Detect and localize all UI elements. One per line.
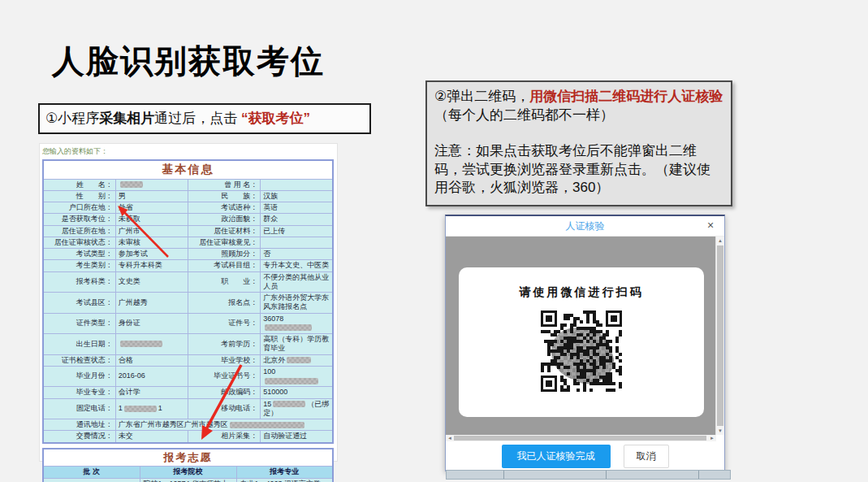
form-row: 固定电话：11移动电话：15（已绑定） xyxy=(43,398,333,419)
field-label: 照顾加分： xyxy=(188,249,261,260)
field-value: 510000 xyxy=(261,387,333,398)
scroll-down-icon[interactable]: ▼ xyxy=(716,427,724,435)
preferences-data-row: 专科升本科 院校1：10574 华南师范大学 专业1：4063 汉语言文学[函授… xyxy=(43,479,333,482)
censored-value xyxy=(230,422,304,428)
vertical-scroll-thumb[interactable] xyxy=(717,245,723,426)
censored-value xyxy=(265,324,312,331)
field-value: 参加考试 xyxy=(115,249,188,260)
scan-prompt: 请使用微信进行扫码 xyxy=(459,285,704,300)
step2-prefix: ②弹出二维码， xyxy=(434,89,529,104)
field-label: 考试语种： xyxy=(188,202,261,214)
field-label: 曾 用 名： xyxy=(188,179,261,190)
scroll-left-icon[interactable]: ◄ xyxy=(446,435,454,441)
form-row: 毕业月份：2016-06毕业证书号：100 xyxy=(43,366,333,387)
field-label: 居住证材料： xyxy=(188,225,261,237)
field-label: 毕业月份： xyxy=(43,366,115,387)
field-value: 11 xyxy=(115,398,188,419)
field-value: 身份证 xyxy=(115,313,188,334)
form-row: 是否获取考位：未获取政治面貌：群众 xyxy=(43,214,333,225)
background-table-strip xyxy=(446,470,731,480)
field-value: 外省 xyxy=(115,202,188,214)
form-row: 证件类型：身份证证件号：36078 xyxy=(43,313,333,334)
field-value: 男 xyxy=(115,190,188,202)
step1-bold: 采集相片 xyxy=(99,111,154,126)
form-row: 证书检查状态：合格毕业学校：北京外 xyxy=(43,354,333,366)
vertical-scrollbar[interactable]: ▲ ▼ xyxy=(715,237,724,435)
field-value: 专科升本科类 xyxy=(115,260,188,271)
field-label: 居住证审核意见： xyxy=(188,237,261,248)
field-label: 考试科目组： xyxy=(188,260,261,271)
field-label: 证书检查状态： xyxy=(43,354,115,366)
field-value xyxy=(261,179,333,190)
field-label: 性 别： xyxy=(43,190,115,202)
censored-value xyxy=(265,378,318,384)
field-label: 考试类型： xyxy=(43,249,115,260)
field-value: 高职（专科）学历教育毕业 xyxy=(261,334,333,355)
field-value xyxy=(115,179,188,190)
step1-prefix: ①小程序 xyxy=(45,111,99,126)
field-value: 未获取 xyxy=(115,214,188,225)
form-row: 性 别：男民 族：汉族 xyxy=(43,190,333,202)
verification-done-button[interactable]: 我已人证核验完成 xyxy=(502,445,611,468)
field-label: 居住证所在地： xyxy=(43,225,115,237)
preferences-title: 报考志愿 xyxy=(43,449,333,467)
basic-info-table: 基本信息 姓 名：曾 用 名：性 别：男民 族：汉族户口所在地：外省考试语种：英… xyxy=(42,159,334,444)
dialog-body: 请使用微信进行扫码 xyxy=(446,237,716,435)
censored-value xyxy=(120,181,143,188)
step2-suffix: （每个人的二维码都不一样） xyxy=(434,107,614,123)
registration-form-screenshot: 您输入的资料如下： 基本信息 姓 名：曾 用 名：性 别：男民 族：汉族户口所在… xyxy=(39,143,338,462)
step2-note: 注意：如果点击获取考位后不能弹窗出二维码，尝试更换浏览器登录重新点击。（建议使用… xyxy=(434,142,723,198)
page-title: 人脸识别获取考位 xyxy=(52,39,325,84)
field-label: 相片采集： xyxy=(188,431,261,443)
col-batch: 批 次 xyxy=(43,467,140,479)
field-value: 广州越秀 xyxy=(115,293,188,314)
step1-instruction-box: ①小程序采集相片通过后，点击 “获取考位” xyxy=(38,103,371,134)
field-label: 考前学历： xyxy=(188,334,261,355)
field-value: 2016-06 xyxy=(115,366,188,387)
field-value: 会计学 xyxy=(115,387,188,398)
preferences-table: 报考志愿 批 次 报考院校 报考专业 专科升本科 院校1：10574 华南师范大… xyxy=(42,448,334,482)
college-value: 院校1：10574 华南师范大学 xyxy=(140,479,236,482)
field-label: 出生日期： xyxy=(43,334,115,355)
form-intro-text: 您输入的资料如下： xyxy=(42,146,337,157)
field-label: 证件号： xyxy=(188,313,261,334)
field-label: 毕业证书号： xyxy=(188,366,261,387)
censored-value xyxy=(124,406,157,412)
field-value: 北京外 xyxy=(261,354,333,366)
field-label: 政治面貌： xyxy=(188,214,261,225)
form-row: 考试类型：参加考试照顾加分：否 xyxy=(43,249,333,260)
cancel-button[interactable]: 取消 xyxy=(624,445,669,468)
field-value xyxy=(261,237,333,248)
horizontal-scrollbar[interactable]: ◄ ► xyxy=(446,435,716,441)
field-label: 通讯地址： xyxy=(43,419,115,431)
qr-finder-icon xyxy=(606,310,622,327)
preferences-header-row: 批 次 报考院校 报考专业 xyxy=(43,467,333,479)
scroll-right-icon[interactable]: ► xyxy=(708,435,716,441)
col-college: 报考院校 xyxy=(140,467,236,479)
verification-dialog: 人证核验 × 请使用微信进行扫码 ▲ ▼ ◄ ► 我已人证核验完成 取消 xyxy=(445,215,725,471)
field-label: 移动电话： xyxy=(188,398,261,419)
field-label: 考试县区： xyxy=(43,293,115,314)
step2-line1: ②弹出二维码，用微信扫描二维码进行人证核验（每个人的二维码都不一样） xyxy=(434,88,723,124)
close-icon[interactable]: × xyxy=(704,216,717,236)
form-row: 考生类别：专科升本科类考试科目组：专升本文史、中医类 xyxy=(43,260,333,271)
field-value: 15（已绑定） xyxy=(261,398,333,419)
scroll-up-icon[interactable]: ▲ xyxy=(716,237,724,245)
field-label: 职 业： xyxy=(188,271,261,293)
form-row: 户口所在地：外省考试语种：英语 xyxy=(43,202,333,214)
field-label: 毕业专业： xyxy=(43,387,115,398)
horizontal-scroll-thumb[interactable] xyxy=(454,436,706,441)
form-row: 居住证所在地：广州市居住证材料：已上传 xyxy=(43,225,333,237)
field-label: 户口所在地： xyxy=(43,202,115,214)
field-value: 合格 xyxy=(115,354,188,366)
qr-card: 请使用微信进行扫码 xyxy=(459,267,704,417)
dialog-titlebar: 人证核验 × xyxy=(446,216,724,237)
field-label: 考生类别： xyxy=(43,260,115,271)
field-label: 居住证审核状态： xyxy=(43,237,115,248)
field-value: 已上传 xyxy=(261,225,333,237)
field-value: 广州市 xyxy=(115,225,188,237)
qr-code xyxy=(541,310,622,392)
form-row: 出生日期：考前学历：高职（专科）学历教育毕业 xyxy=(43,334,333,355)
field-value: 未审核 xyxy=(115,237,188,248)
form-row: 姓 名：曾 用 名： xyxy=(43,179,333,190)
